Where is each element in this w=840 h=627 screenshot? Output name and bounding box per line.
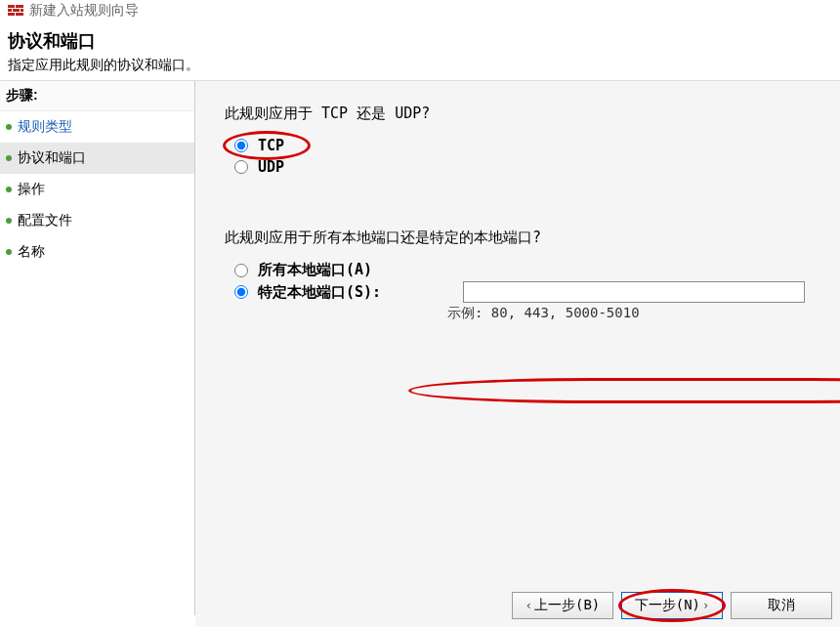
wizard-footer: ‹ 上一步(B) 下一步(N) › 取消 [195,584,840,627]
svg-rect-6 [16,13,23,16]
sidebar-item-rule-type[interactable]: 规则类型 [0,111,194,143]
protocol-radio-group: TCP UDP [234,137,811,180]
wizard-header: 协议和端口 指定应用此规则的协议和端口。 [0,21,840,80]
svg-rect-0 [8,5,15,8]
page-subtitle: 指定应用此规则的协议和端口。 [8,57,832,74]
port-example-text: 示例: 80, 443, 5000-5010 [447,305,811,322]
radio-tcp[interactable] [234,139,248,152]
sidebar-item-label: 名称 [18,243,45,259]
protocol-question: 此规则应用于 TCP 还是 UDP? [225,104,811,123]
sidebar-item-label: 操作 [18,181,45,196]
svg-rect-5 [8,13,15,16]
radio-specific-ports-label: 特定本地端口(S): [258,283,381,302]
back-button[interactable]: ‹ 上一步(B) [512,592,613,619]
radio-udp[interactable] [234,160,248,174]
specific-port-input[interactable] [463,281,805,303]
radio-all-ports-row[interactable]: 所有本地端口(A) [234,261,811,279]
chevron-left-icon: ‹ [525,599,532,612]
sidebar-item-label: 规则类型 [18,118,72,134]
firewall-icon [8,3,23,19]
sidebar-item-label: 配置文件 [18,212,72,228]
sidebar-header: 步骤: [0,81,194,111]
window-titlebar: 新建入站规则向导 [0,0,840,21]
radio-specific-ports-row[interactable]: 特定本地端口(S): [234,281,811,303]
sidebar-item-name[interactable]: 名称 [0,236,194,268]
back-button-label: 上一步(B) [534,597,600,614]
page-title: 协议和端口 [8,29,832,53]
sidebar-item-action[interactable]: 操作 [0,174,194,205]
radio-all-ports[interactable] [234,264,248,277]
sidebar-item-label: 协议和端口 [18,149,86,165]
sidebar-item-protocol-port[interactable]: 协议和端口 [0,143,194,174]
radio-tcp-row[interactable]: TCP [234,137,811,154]
svg-rect-3 [13,9,20,12]
sidebar-item-profile[interactable]: 配置文件 [0,205,194,236]
svg-rect-2 [8,9,12,12]
radio-tcp-label: TCP [258,137,284,154]
next-button[interactable]: 下一步(N) › [621,592,723,619]
radio-udp-row[interactable]: UDP [234,158,811,176]
svg-rect-4 [21,9,23,12]
cancel-button-label: 取消 [768,597,795,614]
steps-sidebar: 步骤: 规则类型 协议和端口 操作 配置文件 名称 [0,81,195,615]
window-title: 新建入站规则向导 [29,2,139,20]
svg-rect-1 [16,5,23,8]
cancel-button[interactable]: 取消 [731,592,832,619]
next-button-label: 下一步(N) [635,597,700,614]
radio-all-ports-label: 所有本地端口(A) [258,261,372,279]
annotation-ellipse-icon [408,378,840,403]
radio-specific-ports[interactable] [234,285,248,299]
port-question: 此规则应用于所有本地端口还是特定的本地端口? [225,229,811,247]
radio-udp-label: UDP [258,158,284,176]
main-panel: 此规则应用于 TCP 还是 UDP? TCP UDP 此规则应用于所有本地端口还… [195,81,840,615]
chevron-right-icon: › [702,599,709,612]
